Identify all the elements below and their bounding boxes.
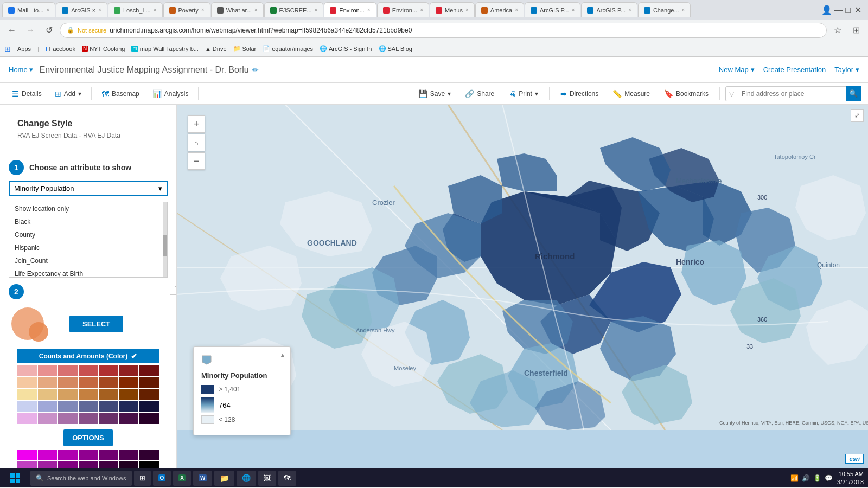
tab-close-what[interactable]: × bbox=[254, 7, 258, 13]
tab-arcgis2[interactable]: ArcGIS P... × bbox=[525, 2, 580, 17]
color-cell-more[interactable] bbox=[38, 461, 58, 468]
dropdown-item-hispanic[interactable]: Hispanic bbox=[9, 241, 167, 254]
tab-what[interactable]: What ar... × bbox=[211, 2, 264, 17]
color-cell[interactable] bbox=[17, 413, 37, 424]
attribute-dropdown-selected[interactable]: Minority Population ▾ bbox=[9, 181, 168, 196]
taskbar-search[interactable]: 🔍 Search the web and Windows bbox=[30, 471, 132, 486]
map-area[interactable]: Crozier GOOCHLAND Mechanicsville Richmon… bbox=[177, 105, 868, 468]
bookmark-map[interactable]: m map Wall Tapestry b... bbox=[131, 46, 199, 52]
forward-button[interactable]: → bbox=[23, 23, 38, 38]
color-cell[interactable] bbox=[79, 389, 98, 400]
new-map-button[interactable]: New Map ▾ bbox=[719, 66, 755, 74]
color-cell[interactable] bbox=[79, 401, 98, 412]
add-button[interactable]: ⊞ Add ▾ bbox=[49, 87, 87, 100]
taskbar-outlook[interactable]: O bbox=[153, 471, 171, 486]
dropdown-item-show-location[interactable]: Show location only bbox=[9, 202, 167, 215]
color-cell[interactable] bbox=[38, 377, 58, 388]
search-input[interactable] bbox=[737, 90, 846, 98]
color-cell[interactable] bbox=[99, 401, 118, 412]
bookmarks-button[interactable]: 🔖 Bookmarks bbox=[659, 87, 714, 100]
color-cell-more[interactable] bbox=[139, 461, 159, 468]
color-cell[interactable] bbox=[38, 401, 58, 412]
color-cell[interactable] bbox=[139, 365, 159, 376]
back-button[interactable]: ← bbox=[4, 23, 20, 38]
minimize-button[interactable]: — bbox=[834, 6, 842, 14]
bookmark-star-button[interactable]: ☆ bbox=[830, 23, 845, 38]
start-button[interactable] bbox=[4, 471, 26, 486]
tab-mail[interactable]: Mail - to... × bbox=[2, 2, 55, 17]
bookmark-apps[interactable]: Apps bbox=[17, 46, 31, 52]
color-cell[interactable] bbox=[119, 365, 139, 376]
taskbar-chrome[interactable]: 🌐 bbox=[237, 471, 256, 486]
tab-change[interactable]: Change... × bbox=[638, 2, 691, 17]
tab-close-change[interactable]: × bbox=[682, 7, 685, 13]
color-cell-more[interactable] bbox=[38, 450, 58, 460]
tab-close-arcgis1[interactable]: × bbox=[98, 7, 101, 13]
tab-close-america[interactable]: × bbox=[515, 7, 518, 13]
color-cell[interactable] bbox=[17, 389, 37, 400]
color-cell[interactable] bbox=[119, 377, 139, 388]
color-cell[interactable] bbox=[58, 365, 78, 376]
tab-close-poverty[interactable]: × bbox=[201, 7, 205, 13]
tab-ej[interactable]: EJSCREE... × bbox=[264, 2, 324, 17]
color-cell-more[interactable] bbox=[79, 450, 98, 460]
color-cell[interactable] bbox=[38, 413, 58, 424]
color-cell[interactable] bbox=[17, 365, 37, 376]
taskbar-maps[interactable]: 🗺 bbox=[278, 471, 296, 486]
color-cell[interactable] bbox=[139, 413, 159, 424]
color-cell[interactable] bbox=[119, 401, 139, 412]
legend-collapse-button[interactable]: ▲ bbox=[279, 351, 286, 359]
tab-menus[interactable]: Menus × bbox=[430, 2, 475, 17]
color-cell[interactable] bbox=[58, 401, 78, 412]
directions-button[interactable]: ➡ Directions bbox=[555, 87, 604, 100]
color-cell-more[interactable] bbox=[99, 461, 118, 468]
color-cell-more[interactable] bbox=[58, 461, 78, 468]
print-button[interactable]: 🖨 Print ▾ bbox=[503, 87, 544, 100]
tab-arcgis3[interactable]: ArcGIS P... × bbox=[581, 2, 637, 17]
color-cell[interactable] bbox=[99, 377, 118, 388]
color-cell[interactable] bbox=[99, 365, 118, 376]
taskbar-photos[interactable]: 🖼 bbox=[258, 471, 276, 486]
color-cell-more[interactable] bbox=[119, 450, 139, 460]
search-box[interactable]: ▽ 🔍 bbox=[725, 86, 861, 101]
save-button[interactable]: 💾 Save ▾ bbox=[413, 87, 456, 100]
basemap-button[interactable]: 🗺 Basemap bbox=[96, 87, 145, 100]
color-cell[interactable] bbox=[119, 389, 139, 400]
color-cell-more[interactable] bbox=[58, 450, 78, 460]
color-cell[interactable] bbox=[79, 365, 98, 376]
tab-close-arcgis3[interactable]: × bbox=[628, 7, 631, 13]
analysis-button[interactable]: 📊 Analysis bbox=[147, 87, 194, 100]
color-cell[interactable] bbox=[58, 377, 78, 388]
tab-close-environ2[interactable]: × bbox=[420, 7, 423, 13]
maximize-button[interactable]: □ bbox=[844, 6, 852, 14]
measure-button[interactable]: 📏 Measure bbox=[607, 87, 655, 100]
color-cell[interactable] bbox=[139, 377, 159, 388]
options-button[interactable]: OPTIONS bbox=[63, 429, 113, 446]
bookmark-sal[interactable]: 🌐 SAL Blog bbox=[379, 45, 412, 52]
dropdown-item-join-count[interactable]: Join_Count bbox=[9, 254, 167, 267]
bookmark-nyt[interactable]: N NYT Cooking bbox=[82, 46, 125, 52]
create-presentation-button[interactable]: Create Presentation bbox=[763, 66, 826, 74]
bookmark-arcgis-signin[interactable]: 🌐 ArcGIS - Sign In bbox=[320, 45, 372, 52]
tab-arcgis1[interactable]: ArcGIS × × bbox=[56, 2, 107, 17]
share-button[interactable]: 🔗 Share bbox=[459, 87, 500, 100]
expand-map-button[interactable]: ⤢ bbox=[851, 109, 864, 122]
color-cell[interactable] bbox=[38, 389, 58, 400]
color-cell[interactable] bbox=[79, 413, 98, 424]
color-cell[interactable] bbox=[17, 401, 37, 412]
color-cell[interactable] bbox=[58, 413, 78, 424]
tab-close-losch[interactable]: × bbox=[154, 7, 157, 13]
color-cell[interactable] bbox=[139, 389, 159, 400]
home-link[interactable]: Home ▾ bbox=[9, 66, 33, 74]
color-cell[interactable] bbox=[17, 377, 37, 388]
tab-losch[interactable]: Losch_L... × bbox=[108, 2, 163, 17]
tab-close-ej[interactable]: × bbox=[315, 7, 318, 13]
scrollbar-thumb[interactable] bbox=[163, 235, 167, 256]
tab-environ2[interactable]: Environ... × bbox=[377, 2, 429, 17]
zoom-out-button[interactable]: − bbox=[188, 152, 205, 170]
tab-poverty[interactable]: Poverty × bbox=[163, 2, 210, 17]
close-button[interactable]: ✕ bbox=[854, 6, 861, 14]
color-cell-more[interactable] bbox=[99, 450, 118, 460]
tab-close-menus[interactable]: × bbox=[465, 7, 469, 13]
dropdown-item-black[interactable]: Black bbox=[9, 215, 167, 228]
